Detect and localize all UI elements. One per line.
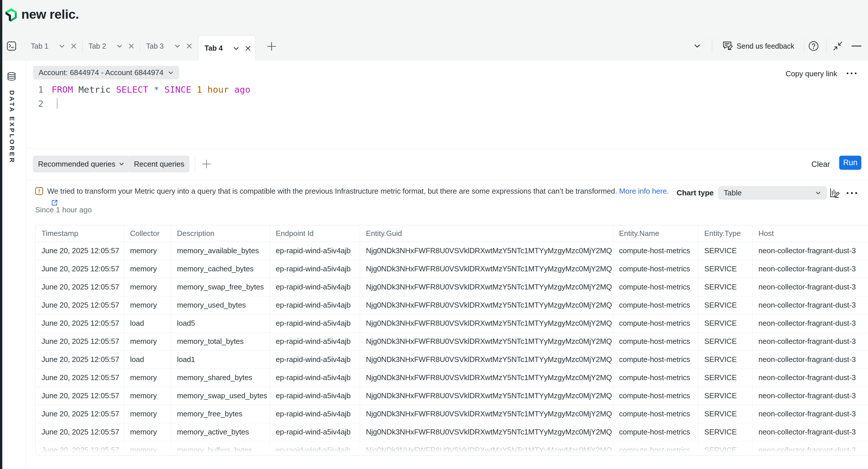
tab-item[interactable]: Tab 3 [146, 32, 192, 60]
tab-active[interactable]: Tab 4 [198, 35, 255, 61]
table-cell: SERVICE [698, 405, 752, 423]
tab-close-icon[interactable] [245, 45, 251, 52]
query-options-ellipsis-icon[interactable] [846, 72, 857, 75]
external-link-icon[interactable] [51, 199, 684, 206]
recommended-queries-label: Recommended queries [38, 160, 116, 169]
chart-type-select[interactable]: Table [718, 186, 827, 200]
table-cell: compute-host-metrics [613, 350, 698, 369]
table-cell: June 20, 2025 12:05:57 [35, 332, 124, 350]
column-header[interactable]: Timestamp [35, 225, 124, 242]
table-cell: neon-collector-fragrant-dust-3 [752, 278, 868, 296]
recent-queries-button[interactable]: Recent queries [129, 156, 189, 172]
query-console-icon[interactable] [7, 41, 16, 51]
table-cell: neon-collector-fragrant-dust-3 [752, 242, 868, 260]
tab-chevron-down-icon[interactable] [116, 42, 123, 50]
tab-close-icon[interactable] [70, 42, 77, 49]
transform-warning: We tried to transform your Metric query … [35, 185, 684, 206]
table-cell: compute-host-metrics [613, 296, 698, 314]
table-row[interactable]: June 20, 2025 12:05:57memorymemory_swap_… [35, 278, 868, 296]
table-cell: Njg0NDk3NHxFWFR8U0VSVklDRXwtMzY5NTc1MTYy… [360, 369, 613, 387]
tab-close-icon[interactable] [186, 42, 193, 49]
tab-close-icon[interactable] [128, 42, 135, 49]
collapse-icon[interactable] [832, 40, 843, 52]
column-header[interactable]: Host [752, 225, 868, 242]
recommended-queries-button[interactable]: Recommended queries [33, 156, 130, 172]
feedback-icon [722, 41, 733, 51]
add-tab-button[interactable] [267, 42, 276, 51]
table-cell: Njg0NDk3NHxFWFR8U0VSVklDRXwtMzY5NTc1MTYy… [360, 441, 613, 456]
table-cell: ep-rapid-wind-a5iv4ajb [270, 423, 360, 441]
table-row[interactable]: June 20, 2025 12:05:57memorymemory_total… [35, 332, 868, 350]
table-cell: memory_available_bytes [171, 242, 270, 260]
editor-line[interactable]: 1FROM Metric SELECT * SINCE 1 hour ago [27, 82, 868, 97]
table-row[interactable]: June 20, 2025 12:05:57memorymemory_buffe… [35, 441, 868, 456]
table-cell: SERVICE [698, 332, 752, 350]
table-cell: June 20, 2025 12:05:57 [35, 387, 124, 405]
table-cell: neon-collector-fragrant-dust-3 [752, 350, 868, 369]
table-cell: June 20, 2025 12:05:57 [35, 278, 124, 296]
tab-chevron-down-icon[interactable] [232, 44, 240, 52]
column-header[interactable]: Endpoint Id [270, 225, 360, 242]
tab-label: Tab 2 [88, 42, 106, 51]
results-options-ellipsis-icon[interactable] [846, 192, 858, 195]
column-header[interactable]: Entity.Guid [360, 225, 613, 242]
copy-query-link-button[interactable]: Copy query link [786, 69, 837, 78]
column-header[interactable]: Description [171, 225, 270, 242]
column-header[interactable]: Collector [124, 225, 171, 242]
table-row[interactable]: June 20, 2025 12:05:57memorymemory_share… [35, 369, 868, 387]
database-icon[interactable] [7, 72, 16, 80]
table-cell: compute-host-metrics [613, 260, 698, 278]
table-row[interactable]: June 20, 2025 12:05:57loadload5ep-rapid-… [35, 314, 868, 332]
table-row[interactable]: June 20, 2025 12:05:57memorymemory_swap_… [35, 387, 868, 405]
new-relic-wordmark: new relic. [21, 7, 79, 22]
table-cell: SERVICE [698, 369, 752, 387]
edit-chart-icon[interactable] [828, 187, 840, 199]
table-cell: SERVICE [698, 350, 752, 369]
minimize-icon[interactable] [851, 41, 862, 51]
table-cell: SERVICE [698, 278, 752, 296]
editor-line[interactable]: 2 [27, 97, 868, 111]
account-select[interactable]: Account: 6844974 - Account 6844974 [33, 66, 179, 79]
column-header[interactable]: Entity.Name [613, 225, 698, 242]
table-cell: memory_active_bytes [171, 423, 270, 441]
table-cell: memory [124, 405, 171, 423]
account-select-label: Account: 6844974 - Account 6844974 [39, 68, 163, 77]
table-cell: Njg0NDk3NHxFWFR8U0VSVklDRXwtMzY5NTc1MTYy… [360, 405, 613, 423]
tab-overflow-chevron-icon[interactable] [693, 42, 702, 51]
table-cell: neon-collector-fragrant-dust-3 [752, 405, 868, 423]
table-cell: compute-host-metrics [613, 278, 698, 296]
table-row[interactable]: June 20, 2025 12:05:57memorymemory_activ… [35, 423, 868, 441]
table-cell: June 20, 2025 12:05:57 [35, 423, 124, 441]
table-row[interactable]: June 20, 2025 12:05:57memorymemory_cache… [35, 260, 868, 278]
table-row[interactable]: June 20, 2025 12:05:57memorymemory_avail… [35, 242, 868, 260]
table-row[interactable]: June 20, 2025 12:05:57memorymemory_used_… [35, 296, 868, 314]
table-row[interactable]: June 20, 2025 12:05:57memorymemory_free_… [35, 405, 868, 423]
tab-item[interactable]: Tab 1 [31, 32, 77, 60]
table-cell: ep-rapid-wind-a5iv4ajb [270, 350, 360, 369]
send-feedback-button[interactable]: Send us feedback [722, 41, 794, 51]
more-info-link[interactable]: More info here. [619, 187, 669, 195]
table-cell: June 20, 2025 12:05:57 [35, 296, 124, 314]
table-cell: June 20, 2025 12:05:57 [35, 350, 124, 369]
tab-bar: Tab 1Tab 2Tab 3 Tab 4 Send us feedback [2, 32, 868, 60]
column-header[interactable]: Entity.Type [698, 225, 752, 242]
table-cell: neon-collector-fragrant-dust-3 [752, 260, 868, 278]
table-cell: Njg0NDk3NHxFWFR8U0VSVklDRXwtMzY5NTc1MTYy… [360, 423, 613, 441]
table-cell: June 20, 2025 12:05:57 [35, 405, 124, 423]
add-query-button[interactable] [202, 159, 211, 169]
data-explorer-label[interactable]: DATA EXPLORER [8, 90, 16, 164]
table-row[interactable]: June 20, 2025 12:05:57loadload1ep-rapid-… [35, 350, 868, 369]
clear-button[interactable]: Clear [811, 160, 830, 169]
help-icon[interactable] [808, 41, 819, 51]
results-table-container: TimestampCollectorDescriptionEndpoint Id… [35, 225, 868, 456]
tab-item[interactable]: Tab 2 [88, 32, 135, 60]
tab-chevron-down-icon[interactable] [58, 42, 66, 50]
editor-caret [57, 98, 58, 109]
nrql-editor[interactable]: 1FROM Metric SELECT * SINCE 1 hour ago2 [27, 82, 868, 111]
table-cell: SERVICE [698, 296, 752, 314]
table-cell: neon-collector-fragrant-dust-3 [752, 314, 868, 332]
chevron-down-icon [167, 70, 174, 76]
table-cell: ep-rapid-wind-a5iv4ajb [270, 260, 360, 278]
tab-chevron-down-icon[interactable] [174, 42, 181, 50]
run-button[interactable]: Run [839, 156, 861, 170]
